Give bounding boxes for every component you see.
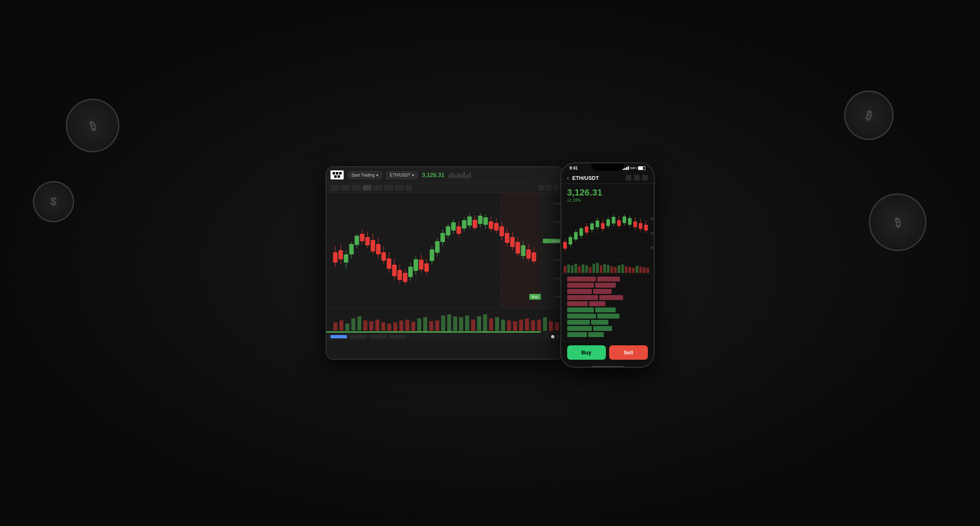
signal-bar-2 xyxy=(624,168,626,170)
svg-rect-107 xyxy=(441,316,445,331)
svg-rect-103 xyxy=(417,319,421,331)
tab-history[interactable] xyxy=(390,335,406,338)
bottom-green-bar xyxy=(326,331,541,333)
svg-rect-104 xyxy=(423,317,427,331)
pair-label: ETH/USDT xyxy=(390,173,410,177)
price-mid-high: 3,220 xyxy=(543,220,562,224)
svg-rect-187 xyxy=(642,267,645,273)
svg-rect-42 xyxy=(413,259,418,271)
ob-sell-row-4 xyxy=(567,295,648,300)
fullscreen-btn[interactable] xyxy=(554,185,559,191)
tab-chart[interactable] xyxy=(331,335,347,338)
phone-toolbar-btn-2[interactable] xyxy=(634,175,640,181)
tab-orders[interactable] xyxy=(350,335,367,338)
svg-rect-22 xyxy=(360,234,364,241)
svg-rect-91 xyxy=(345,324,349,331)
sell-button[interactable]: Sell xyxy=(609,345,648,360)
timeframe-5m[interactable] xyxy=(341,185,350,191)
ob-buy-row-1 xyxy=(567,307,648,312)
svg-rect-188 xyxy=(646,268,649,273)
mini-stats xyxy=(449,172,471,178)
dot-2 xyxy=(556,335,559,338)
svg-text:2980: 2980 xyxy=(650,246,654,249)
svg-rect-135 xyxy=(574,232,577,240)
svg-rect-18 xyxy=(349,244,354,254)
back-button[interactable]: ‹ xyxy=(567,175,569,181)
svg-rect-30 xyxy=(381,252,386,261)
spot-trading-dropdown[interactable]: Spot Trading ▾ xyxy=(348,171,382,179)
signal-bar-4 xyxy=(628,166,629,170)
svg-rect-183 xyxy=(628,267,631,273)
svg-rect-14 xyxy=(338,250,343,259)
svg-rect-70 xyxy=(489,221,493,229)
svg-text:3126: 3126 xyxy=(650,231,654,235)
home-indicator xyxy=(561,364,654,368)
svg-rect-1 xyxy=(336,172,338,175)
svg-rect-36 xyxy=(397,270,402,280)
pair-selector[interactable]: ETH/USDT ▾ xyxy=(386,171,418,179)
buy-button[interactable]: Buy xyxy=(567,345,606,360)
buy-price-label: Buy xyxy=(529,294,541,300)
more-timeframes[interactable] xyxy=(405,185,412,191)
svg-rect-101 xyxy=(405,320,409,331)
timeframe-1h[interactable] xyxy=(363,185,372,191)
svg-rect-87 xyxy=(500,193,541,308)
phone-toolbar-btn-3[interactable] xyxy=(642,175,648,181)
svg-rect-54 xyxy=(446,226,450,235)
svg-rect-118 xyxy=(507,321,511,331)
okx-logo xyxy=(331,170,344,179)
dot-1 xyxy=(551,335,554,338)
ob-buy-row-4 xyxy=(567,326,648,331)
tablet-volume-area xyxy=(326,308,563,333)
svg-rect-168 xyxy=(574,264,577,273)
svg-rect-110 xyxy=(459,317,463,331)
svg-rect-153 xyxy=(622,216,626,223)
timeframe-1w[interactable] xyxy=(395,185,404,191)
svg-text:3280: 3280 xyxy=(650,217,654,221)
svg-rect-3 xyxy=(334,175,337,178)
phone-toolbar-btn-1[interactable] xyxy=(626,175,631,181)
phone-orderbook xyxy=(561,274,654,341)
svg-rect-141 xyxy=(590,223,594,230)
ob-sell-row-2 xyxy=(567,283,648,288)
svg-rect-100 xyxy=(399,321,403,332)
svg-rect-12 xyxy=(333,252,338,263)
devices-container: Spot Trading ▾ ETH/USDT ▾ 3,126.31 xyxy=(326,158,655,368)
svg-rect-90 xyxy=(339,321,343,331)
svg-rect-170 xyxy=(582,265,584,273)
svg-rect-119 xyxy=(513,321,517,331)
svg-rect-175 xyxy=(599,265,602,273)
svg-rect-66 xyxy=(478,216,482,224)
svg-rect-139 xyxy=(584,226,588,233)
svg-rect-60 xyxy=(462,220,466,228)
svg-rect-95 xyxy=(369,321,373,330)
timeframe-1m[interactable] xyxy=(331,185,340,191)
svg-rect-99 xyxy=(393,322,397,331)
timeframe-15m[interactable] xyxy=(352,185,361,191)
tablet-device: Spot Trading ▾ ETH/USDT ▾ 3,126.31 xyxy=(326,166,564,360)
svg-rect-151 xyxy=(617,220,621,226)
tab-positions[interactable] xyxy=(370,335,386,338)
svg-rect-89 xyxy=(333,322,337,330)
svg-rect-56 xyxy=(451,222,456,230)
svg-rect-122 xyxy=(531,321,535,331)
svg-rect-0 xyxy=(333,172,335,175)
signal-bar-1 xyxy=(623,169,624,170)
phone-notch xyxy=(591,163,624,171)
svg-rect-106 xyxy=(435,321,439,331)
price-high: 3,280 xyxy=(543,202,562,205)
svg-rect-120 xyxy=(519,320,523,331)
svg-rect-4 xyxy=(338,175,340,178)
timeframe-4h[interactable] xyxy=(373,185,382,191)
svg-rect-116 xyxy=(495,317,499,331)
timeframe-1d[interactable] xyxy=(384,185,393,191)
indicators-btn[interactable] xyxy=(538,185,545,191)
svg-rect-40 xyxy=(408,267,412,277)
phone-volume-svg xyxy=(561,260,654,274)
phone-chart-area: 3280 3126 2980 xyxy=(561,206,654,259)
phone-price-section: 3,126.31 +1.19% xyxy=(561,184,654,206)
svg-rect-176 xyxy=(603,264,606,273)
svg-rect-126 xyxy=(555,322,559,330)
settings-btn[interactable] xyxy=(546,185,552,191)
svg-rect-94 xyxy=(363,321,367,331)
